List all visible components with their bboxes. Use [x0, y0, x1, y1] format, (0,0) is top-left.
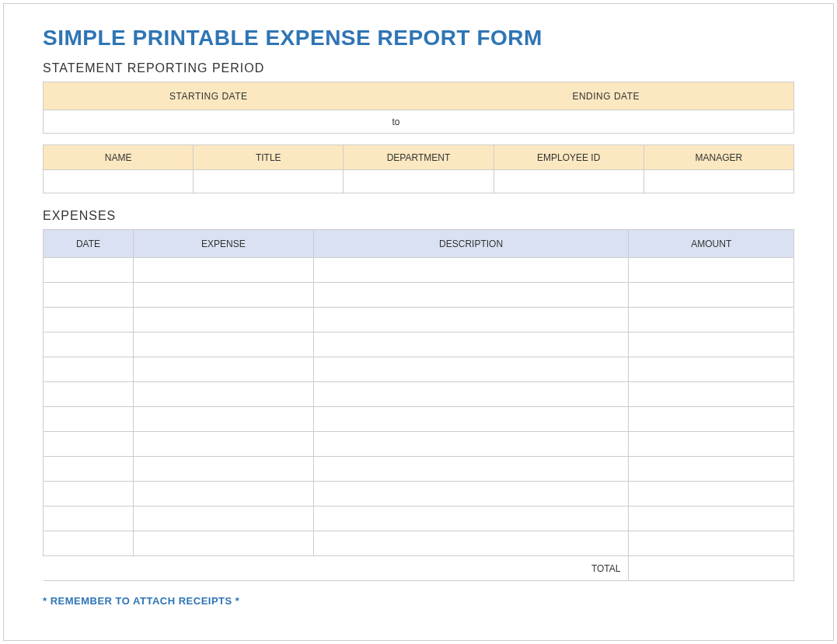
period-to-text: to: [374, 110, 419, 134]
expenses-expense-header: EXPENSE: [133, 230, 313, 258]
expense-row: [44, 332, 794, 357]
expense-row: [44, 482, 794, 506]
expense-description-input[interactable]: [313, 258, 629, 283]
expense-amount-input[interactable]: [629, 357, 794, 382]
expense-amount-input[interactable]: [629, 283, 794, 308]
expense-amount-input[interactable]: [629, 308, 794, 332]
period-start-input[interactable]: [44, 110, 374, 134]
expense-row: [44, 283, 794, 308]
expense-description-input[interactable]: [313, 531, 629, 556]
employee-id-header: EMPLOYEE ID: [493, 145, 643, 170]
period-end-input[interactable]: [418, 110, 793, 134]
expense-description-input[interactable]: [313, 332, 629, 357]
employee-name-header: NAME: [44, 145, 194, 170]
expense-amount-input[interactable]: [629, 506, 794, 531]
expenses-total-label: TOTAL: [44, 556, 629, 581]
expense-amount-input[interactable]: [629, 258, 794, 283]
expense-expense-input[interactable]: [133, 457, 313, 482]
employee-manager-header: MANAGER: [643, 145, 793, 170]
expense-expense-input[interactable]: [133, 308, 313, 332]
period-header-spacer: [374, 82, 419, 110]
employee-table: NAME TITLE DEPARTMENT EMPLOYEE ID MANAGE…: [43, 144, 794, 193]
expense-expense-input[interactable]: [133, 258, 313, 283]
expenses-description-header: DESCRIPTION: [313, 230, 629, 258]
expense-date-input[interactable]: [44, 258, 134, 283]
expense-date-input[interactable]: [44, 506, 134, 531]
expense-amount-input[interactable]: [629, 407, 794, 432]
expense-description-input[interactable]: [313, 432, 629, 457]
expense-row: [44, 308, 794, 332]
expense-date-input[interactable]: [44, 283, 134, 308]
expense-date-input[interactable]: [44, 432, 134, 457]
expense-description-input[interactable]: [313, 457, 629, 482]
period-start-header: STARTING DATE: [44, 82, 374, 110]
expense-amount-input[interactable]: [629, 482, 794, 506]
period-table: STARTING DATE ENDING DATE to: [43, 82, 794, 134]
expense-description-input[interactable]: [313, 308, 629, 332]
expense-row: [44, 357, 794, 382]
expenses-date-header: DATE: [44, 230, 134, 258]
expenses-section-label: EXPENSES: [43, 209, 794, 223]
expense-amount-input[interactable]: [629, 382, 794, 407]
expense-expense-input[interactable]: [133, 531, 313, 556]
expense-date-input[interactable]: [44, 357, 134, 382]
expense-date-input[interactable]: [44, 457, 134, 482]
expense-description-input[interactable]: [313, 506, 629, 531]
employee-title-header: TITLE: [194, 145, 344, 170]
expense-amount-input[interactable]: [629, 332, 794, 357]
expense-date-input[interactable]: [44, 407, 134, 432]
expense-description-input[interactable]: [313, 357, 629, 382]
expense-expense-input[interactable]: [133, 283, 313, 308]
employee-department-header: DEPARTMENT: [344, 145, 493, 170]
employee-manager-input[interactable]: [643, 170, 793, 193]
expense-expense-input[interactable]: [133, 432, 313, 457]
expense-row: [44, 457, 794, 482]
employee-name-input[interactable]: [44, 170, 194, 193]
expense-expense-input[interactable]: [133, 332, 313, 357]
expense-date-input[interactable]: [44, 531, 134, 556]
expense-expense-input[interactable]: [133, 357, 313, 382]
page-container: SIMPLE PRINTABLE EXPENSE REPORT FORM STA…: [3, 3, 834, 641]
expenses-table: DATE EXPENSE DESCRIPTION AMOUNT TOTAL: [43, 229, 794, 581]
expense-row: [44, 531, 794, 556]
expense-amount-input[interactable]: [629, 432, 794, 457]
expense-description-input[interactable]: [313, 407, 629, 432]
receipts-footnote: * REMEMBER TO ATTACH RECEIPTS *: [43, 595, 794, 607]
expense-description-input[interactable]: [313, 283, 629, 308]
period-end-header: ENDING DATE: [418, 82, 793, 110]
employee-id-input[interactable]: [493, 170, 643, 193]
expense-expense-input[interactable]: [133, 482, 313, 506]
expense-date-input[interactable]: [44, 482, 134, 506]
expenses-amount-header: AMOUNT: [629, 230, 794, 258]
expense-row: [44, 407, 794, 432]
expense-row: [44, 258, 794, 283]
form-title: SIMPLE PRINTABLE EXPENSE REPORT FORM: [43, 26, 794, 50]
expense-row: [44, 506, 794, 531]
expense-date-input[interactable]: [44, 382, 134, 407]
expense-description-input[interactable]: [313, 382, 629, 407]
expense-amount-input[interactable]: [629, 457, 794, 482]
expense-expense-input[interactable]: [133, 382, 313, 407]
expense-description-input[interactable]: [313, 482, 629, 506]
expense-expense-input[interactable]: [133, 506, 313, 531]
expense-expense-input[interactable]: [133, 407, 313, 432]
employee-title-input[interactable]: [194, 170, 344, 193]
expense-row: [44, 382, 794, 407]
expense-amount-input[interactable]: [629, 531, 794, 556]
period-section-label: STATEMENT REPORTING PERIOD: [43, 61, 794, 75]
expenses-total-value: [629, 556, 794, 581]
expense-date-input[interactable]: [44, 332, 134, 357]
expense-date-input[interactable]: [44, 308, 134, 332]
employee-department-input[interactable]: [344, 170, 493, 193]
expense-row: [44, 432, 794, 457]
